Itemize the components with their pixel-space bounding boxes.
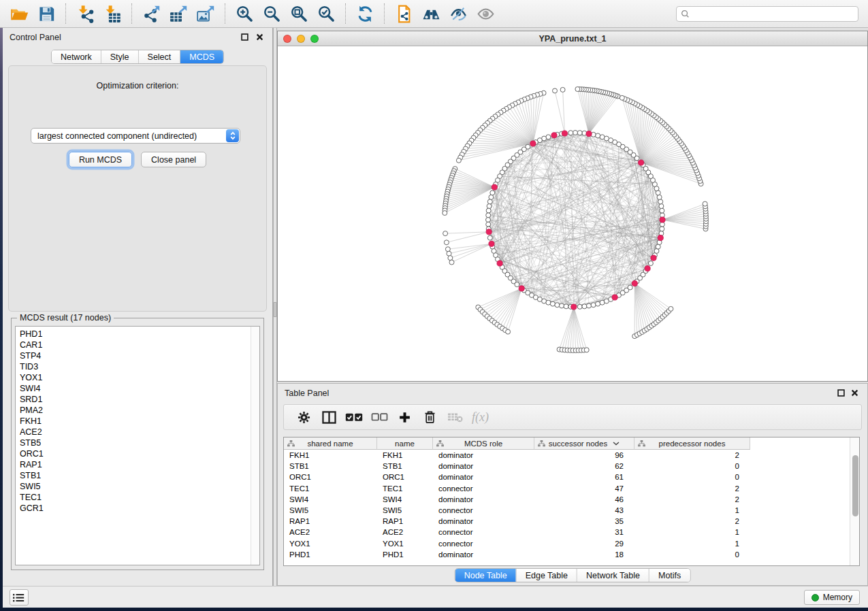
- mcds-result-item[interactable]: GCR1: [16, 503, 259, 514]
- close-mcds-panel-button[interactable]: Close panel: [141, 152, 206, 167]
- list-scrollbar[interactable]: [251, 327, 259, 565]
- new-network-button[interactable]: [390, 3, 417, 24]
- mcds-result-item[interactable]: SWI5: [16, 481, 259, 492]
- optimization-criterion-select[interactable]: largest connected component (undirected): [31, 128, 240, 144]
- run-mcds-button[interactable]: Run MCDS: [69, 152, 132, 167]
- column-label: successor nodes: [549, 440, 607, 448]
- mcds-result-item[interactable]: RAP1: [16, 459, 259, 470]
- table-cell: 1: [634, 505, 750, 516]
- optimization-criterion-label: Optimization criterion:: [9, 81, 266, 90]
- select-all-columns-button[interactable]: [344, 407, 364, 427]
- mcds-result-items: PHD1CAR1STP4TID3YOX1SWI4SRD1PMA2FKH1ACE2…: [16, 327, 259, 514]
- mcds-result-item[interactable]: FKH1: [16, 416, 259, 427]
- search-network-button[interactable]: [417, 3, 445, 24]
- table-panel-float-button[interactable]: [837, 389, 846, 397]
- tab-style[interactable]: Style: [101, 50, 138, 63]
- table-panel-close-button[interactable]: [851, 389, 859, 397]
- table-cell: YOX1: [377, 538, 433, 549]
- refresh-view-button[interactable]: [351, 3, 379, 24]
- show-columns-button[interactable]: [319, 407, 339, 427]
- table-settings-button[interactable]: [293, 407, 314, 427]
- table-row[interactable]: PHD1PHD1dominator180: [284, 549, 850, 560]
- hide-graphics-details-button[interactable]: [445, 3, 472, 24]
- import-network-button[interactable]: [71, 3, 99, 24]
- column-header-MCDS-role[interactable]: MCDS role: [433, 437, 534, 450]
- search-input[interactable]: [692, 10, 854, 19]
- open-file-button[interactable]: [5, 3, 33, 24]
- export-table-icon: [170, 5, 188, 23]
- table-cell: 61: [534, 472, 634, 482]
- mcds-result-item[interactable]: SWI4: [16, 383, 259, 394]
- save-session-button[interactable]: [33, 3, 60, 24]
- table-cell: dominator: [433, 450, 534, 461]
- table-row[interactable]: ACE2ACE2connector311: [284, 527, 850, 538]
- mcds-result-item[interactable]: PHD1: [16, 329, 259, 340]
- memory-label: Memory: [823, 593, 852, 602]
- network-window-titlebar[interactable]: YPA_prune.txt_1: [278, 31, 867, 46]
- tab-network-table[interactable]: Network Table: [577, 569, 649, 582]
- table-cell: connector: [433, 538, 534, 549]
- export-network-button[interactable]: [138, 3, 165, 24]
- column-header-successor-nodes[interactable]: successor nodes: [534, 437, 634, 450]
- zoom-in-button[interactable]: [231, 3, 258, 24]
- column-header-predecessor-nodes[interactable]: predecessor nodes: [634, 437, 750, 450]
- mcds-result-item[interactable]: ACE2: [16, 427, 259, 437]
- zoom-out-button[interactable]: [258, 3, 285, 24]
- show-panels-button[interactable]: [10, 589, 29, 606]
- table-row[interactable]: SWI5SWI5connector431: [284, 505, 850, 516]
- table-row[interactable]: STB1STB1dominator620: [284, 461, 850, 472]
- network-graph: [278, 46, 867, 381]
- import-table-button[interactable]: [99, 3, 126, 24]
- delete-column-button[interactable]: [419, 407, 440, 427]
- tab-network[interactable]: Network: [52, 50, 101, 63]
- control-panel-close-button[interactable]: [256, 33, 264, 42]
- splitter-grip[interactable]: [274, 302, 276, 317]
- table-row[interactable]: YOX1YOX1connector291: [284, 538, 850, 549]
- control-panel-float-button[interactable]: [241, 33, 249, 42]
- network-canvas[interactable]: [278, 46, 867, 381]
- column-header-shared-name[interactable]: shared name: [284, 437, 377, 450]
- mcds-result-item[interactable]: TID3: [16, 361, 259, 372]
- mcds-result-item[interactable]: CAR1: [16, 340, 259, 350]
- create-column-button[interactable]: [394, 407, 415, 427]
- mcds-result-item[interactable]: STB1: [16, 470, 259, 481]
- deselect-all-columns-button[interactable]: [369, 407, 389, 427]
- table-row[interactable]: TEC1TEC1connector472: [284, 483, 850, 494]
- search-field[interactable]: [676, 6, 858, 22]
- table-scrollbar-thumb[interactable]: [852, 455, 858, 516]
- mcds-result-item[interactable]: YOX1: [16, 372, 259, 383]
- memory-button[interactable]: Memory: [804, 590, 860, 605]
- tab-select[interactable]: Select: [138, 50, 180, 63]
- export-table-button[interactable]: [165, 3, 192, 24]
- mcds-result-item[interactable]: ORC1: [16, 448, 259, 459]
- mcds-result-item[interactable]: STP4: [16, 350, 259, 361]
- eye-icon: [477, 5, 495, 23]
- mcds-result-item[interactable]: TEC1: [16, 492, 259, 503]
- zoom-fit-button[interactable]: [285, 3, 312, 24]
- import-network-icon: [76, 5, 95, 23]
- table-row[interactable]: SWI4SWI4dominator462: [284, 494, 850, 505]
- mcds-result-item[interactable]: STB5: [16, 437, 259, 448]
- table-cell: ACE2: [377, 527, 433, 538]
- tab-motifs[interactable]: Motifs: [649, 569, 690, 582]
- table-cell: RAP1: [377, 516, 433, 527]
- mcds-result-item[interactable]: SRD1: [16, 394, 259, 405]
- tab-node-table[interactable]: Node Table: [455, 569, 516, 582]
- tab-edge-table[interactable]: Edge Table: [516, 569, 577, 582]
- export-image-button[interactable]: [192, 3, 219, 24]
- memory-status-dot: [811, 594, 819, 601]
- table-row[interactable]: ORC1ORC1dominator610: [284, 472, 850, 482]
- tree-icon: [638, 440, 645, 448]
- column-header-name[interactable]: name: [377, 437, 433, 450]
- chevron-down-icon: [613, 442, 620, 446]
- tree-icon: [538, 440, 545, 448]
- zoom-selected-button[interactable]: [312, 3, 340, 24]
- tab-mcds[interactable]: MCDS: [180, 50, 223, 63]
- table-cell: 1: [634, 538, 750, 549]
- mcds-result-list[interactable]: PHD1CAR1STP4TID3YOX1SWI4SRD1PMA2FKH1ACE2…: [15, 326, 260, 565]
- table-row[interactable]: RAP1RAP1dominator352: [284, 516, 850, 527]
- mcds-result-item[interactable]: PMA2: [16, 405, 259, 416]
- toolbar-separator: [65, 3, 66, 24]
- table-row[interactable]: FKH1FKH1dominator962: [284, 450, 850, 461]
- table-scrollbar[interactable]: [850, 437, 859, 565]
